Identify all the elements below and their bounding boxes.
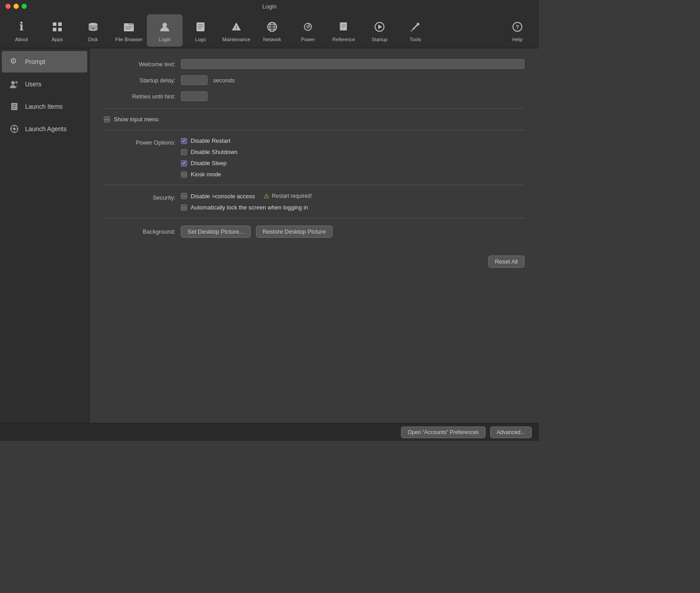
- retries-hint-input[interactable]: [181, 91, 208, 101]
- toolbar-label-disk: Disk: [88, 37, 98, 42]
- auto-lock-label[interactable]: Automatically lock the screen when loggi…: [191, 204, 308, 211]
- about-icon: ℹ: [13, 19, 30, 35]
- advanced-button[interactable]: Advanced...: [490, 427, 532, 438]
- auto-lock-row: Automatically lock the screen when loggi…: [181, 204, 312, 211]
- security-options-list: Disable >console access ⚠ Restart requir…: [181, 192, 312, 211]
- disable-console-label[interactable]: Disable >console access: [191, 193, 255, 200]
- disable-shutdown-label[interactable]: Disable Shutdown: [191, 149, 238, 155]
- kiosk-mode-row: Kiosk mode: [181, 171, 238, 178]
- svg-point-20: [236, 29, 237, 30]
- users-icon: [8, 78, 21, 90]
- svg-rect-17: [198, 28, 201, 29]
- toolbar-item-network[interactable]: Network: [254, 14, 290, 47]
- prompt-icon: [8, 55, 21, 68]
- svg-rect-46: [13, 108, 15, 109]
- svg-point-40: [13, 59, 14, 60]
- toolbar-item-tools[interactable]: Tools: [397, 14, 433, 47]
- toolbar-item-startup[interactable]: Startup: [362, 14, 397, 47]
- svg-point-6: [89, 23, 98, 26]
- restore-desktop-picture-button[interactable]: Restore Desktop Picture: [256, 226, 333, 238]
- toolbar-item-file-browser[interactable]: File Browser: [111, 14, 147, 47]
- reset-all-row: Reset All: [104, 256, 525, 268]
- kiosk-mode-checkbox[interactable]: [181, 171, 187, 178]
- sidebar-label-prompt: Prompt: [25, 58, 45, 65]
- toolbar-label-maintenance: Maintenance: [222, 37, 251, 42]
- disable-shutdown-checkbox[interactable]: [181, 149, 187, 155]
- toolbar: ℹ About Apps Disk: [0, 13, 539, 48]
- disable-sleep-row: Disable Sleep: [181, 160, 238, 166]
- minimize-button[interactable]: [13, 4, 19, 9]
- retries-hint-row: Retries until hint:: [104, 91, 525, 101]
- disable-restart-checkbox[interactable]: [181, 138, 187, 144]
- toolbar-item-login[interactable]: Login: [147, 14, 183, 47]
- disable-console-row: Disable >console access ⚠ Restart requir…: [181, 192, 312, 200]
- disable-restart-label[interactable]: Disable Restart: [191, 137, 230, 144]
- help-icon: ?: [509, 19, 525, 35]
- startup-delay-row: Startup delay: seconds: [104, 75, 525, 85]
- svg-rect-12: [125, 28, 131, 29]
- svg-rect-3: [58, 28, 62, 31]
- show-input-menu-label[interactable]: Show input menu: [114, 116, 158, 123]
- maximize-button[interactable]: [21, 4, 27, 9]
- seconds-label: seconds: [213, 77, 235, 84]
- svg-point-13: [162, 23, 167, 27]
- disable-sleep-checkbox[interactable]: [181, 160, 187, 166]
- maintenance-icon: [228, 19, 244, 35]
- close-button[interactable]: [5, 4, 11, 9]
- divider-3: [104, 185, 525, 185]
- divider-1: [104, 108, 525, 109]
- show-input-menu-row: Show input menu: [104, 116, 525, 123]
- file-browser-icon: [121, 19, 137, 35]
- sidebar-item-launch-items[interactable]: Launch Items: [2, 96, 87, 117]
- toolbar-label-reference: Reference: [333, 37, 355, 42]
- toolbar-label-file-browser: File Browser: [115, 37, 142, 42]
- reference-icon: [336, 19, 352, 35]
- tools-icon: [407, 19, 423, 35]
- svg-point-42: [15, 81, 18, 84]
- toolbar-item-logs[interactable]: Logs: [183, 14, 218, 47]
- sidebar-item-users[interactable]: Users: [2, 73, 87, 95]
- svg-marker-34: [378, 25, 382, 29]
- toolbar-item-apps[interactable]: Apps: [39, 14, 75, 47]
- background-label: Background:: [104, 228, 175, 235]
- bottom-bar: Open "Accounts" Preferences Advanced...: [0, 423, 539, 441]
- kiosk-mode-label[interactable]: Kiosk mode: [191, 171, 221, 178]
- svg-point-35: [417, 23, 419, 26]
- svg-rect-32: [342, 27, 344, 28]
- svg-point-7: [92, 28, 94, 30]
- disable-sleep-label[interactable]: Disable Sleep: [191, 160, 226, 166]
- svg-rect-15: [198, 24, 203, 25]
- startup-delay-input[interactable]: [181, 75, 208, 85]
- sidebar-label-users: Users: [25, 81, 42, 88]
- toolbar-item-help[interactable]: ? Help: [499, 14, 535, 47]
- network-icon: [264, 19, 280, 35]
- toolbar-item-about[interactable]: ℹ About: [4, 14, 39, 47]
- open-accounts-button[interactable]: Open "Accounts" Preferences: [401, 427, 486, 438]
- sidebar-label-launch-agents: Launch Agents: [25, 125, 67, 132]
- auto-lock-checkbox[interactable]: [181, 205, 187, 211]
- show-input-menu-checkbox[interactable]: [104, 116, 110, 123]
- power-options-list: Disable Restart Disable Shutdown Disable…: [181, 137, 238, 178]
- toolbar-item-maintenance[interactable]: Maintenance: [218, 14, 254, 47]
- power-icon: [300, 19, 316, 35]
- toolbar-label-startup: Startup: [371, 37, 387, 42]
- toolbar-item-power[interactable]: Power: [290, 14, 326, 47]
- svg-rect-29: [341, 22, 347, 30]
- toolbar-label-login: Login: [159, 37, 171, 42]
- set-desktop-picture-button[interactable]: Set Desktop Picture...: [181, 226, 251, 238]
- sidebar-item-launch-agents[interactable]: Launch Agents: [2, 118, 87, 140]
- sidebar-item-prompt[interactable]: Prompt: [2, 51, 87, 73]
- toolbar-item-disk[interactable]: Disk: [75, 14, 111, 47]
- divider-4: [104, 218, 525, 218]
- welcome-text-input[interactable]: [181, 59, 525, 69]
- toolbar-label-network: Network: [263, 37, 281, 42]
- disable-restart-row: Disable Restart: [181, 137, 238, 144]
- disable-console-checkbox[interactable]: [181, 193, 187, 199]
- reset-all-button[interactable]: Reset All: [488, 256, 525, 268]
- toolbar-item-reference[interactable]: Reference: [326, 14, 362, 47]
- traffic-lights: [5, 4, 27, 9]
- svg-rect-9: [124, 23, 128, 25]
- svg-rect-44: [13, 104, 16, 105]
- warning-icon: ⚠: [264, 192, 269, 200]
- toolbar-label-about: About: [15, 37, 28, 42]
